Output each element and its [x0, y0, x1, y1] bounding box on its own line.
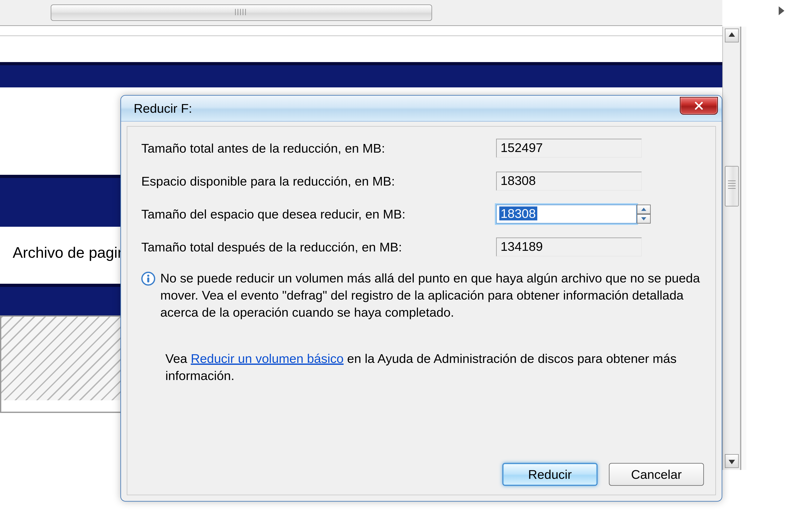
label-available: Espacio disponible para la reducción, en…	[141, 174, 496, 189]
h-scroll-thumb[interactable]	[51, 4, 432, 21]
bg-truncated-label: Archivo de pagin	[13, 244, 126, 262]
help-prefix: Vea	[165, 351, 191, 365]
amount-to-shrink-input[interactable]: 18308	[496, 205, 637, 223]
chevron-up-icon	[641, 208, 646, 211]
bg-band-3	[0, 284, 120, 315]
value-available: 18308	[496, 172, 642, 191]
shrink-dialog: Reducir F: Tamaño total antes de la redu…	[120, 95, 722, 502]
help-text: Vea Reducir un volumen básico en la Ayud…	[165, 350, 703, 385]
dialog-client-area: Tamaño total antes de la reducción, en M…	[127, 126, 716, 495]
label-total-before: Tamaño total antes de la reducción, en M…	[141, 141, 496, 156]
svg-point-1	[147, 275, 149, 277]
v-scroll-down-button[interactable]	[725, 454, 739, 468]
row-total-after: Tamaño total después de la reducción, en…	[141, 237, 703, 257]
row-amount-to-shrink: Tamaño del espacio que desea reducir, en…	[141, 204, 703, 224]
info-block: No se puede reducir un volumen más allá …	[141, 270, 703, 321]
info-text: No se puede reducir un volumen más allá …	[160, 270, 703, 321]
value-total-after: 134189	[496, 237, 642, 256]
label-total-after: Tamaño total después de la reducción, en…	[141, 240, 496, 254]
close-button[interactable]	[680, 97, 718, 115]
info-icon	[141, 270, 160, 321]
amount-to-shrink-spinner[interactable]: 18308	[496, 205, 652, 223]
bg-hatched-area	[0, 315, 123, 413]
row-available: Espacio disponible para la reducción, en…	[141, 171, 703, 191]
label-amount-to-shrink: Tamaño del espacio que desea reducir, en…	[141, 207, 496, 221]
svg-rect-2	[147, 277, 149, 282]
v-scroll-thumb[interactable]	[725, 166, 739, 206]
close-icon	[694, 101, 703, 110]
window-edge	[740, 27, 746, 470]
row-total-before: Tamaño total antes de la reducción, en M…	[141, 138, 703, 158]
spinner-down-button[interactable]	[637, 214, 651, 223]
cancel-button[interactable]: Cancelar	[609, 463, 704, 486]
amount-to-shrink-selected-text: 18308	[499, 206, 537, 220]
dialog-titlebar[interactable]: Reducir F:	[121, 96, 722, 122]
bg-band-1	[0, 62, 722, 88]
spinner-up-button[interactable]	[637, 205, 651, 214]
reduce-button[interactable]: Reducir	[502, 463, 597, 486]
v-scrollbar[interactable]	[722, 27, 741, 470]
v-scroll-up-button[interactable]	[725, 29, 739, 43]
help-link[interactable]: Reducir un volumen básico	[191, 351, 343, 365]
chevron-down-icon	[641, 217, 646, 220]
h-scroll-right-arrow-icon[interactable]	[779, 6, 784, 15]
dialog-title: Reducir F:	[134, 101, 192, 116]
bg-band-2	[0, 175, 120, 227]
value-total-before: 152497	[496, 139, 642, 158]
dialog-buttons: Reducir Cancelar	[502, 463, 704, 486]
